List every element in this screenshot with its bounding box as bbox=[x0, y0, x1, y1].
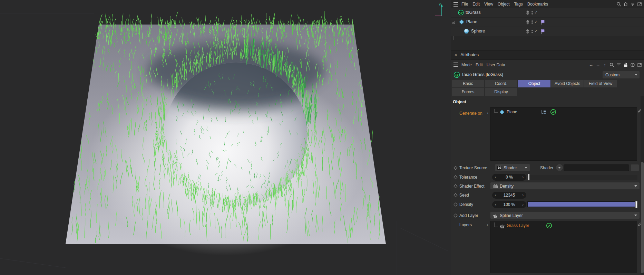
target-icon[interactable] bbox=[630, 62, 635, 67]
om-menu-edit[interactable]: Edit bbox=[472, 2, 480, 7]
shader-effect-value: Density bbox=[498, 184, 634, 189]
keyframe-diamond-icon[interactable] bbox=[453, 193, 457, 197]
viewport-3d[interactable]: y bbox=[0, 0, 451, 275]
texture-tag-icon[interactable] bbox=[540, 20, 545, 26]
home-icon[interactable] bbox=[623, 2, 628, 7]
visibility-dots-icon[interactable] bbox=[531, 29, 533, 35]
texture-source-label: Texture Source bbox=[459, 165, 487, 170]
filter-icon[interactable] bbox=[616, 62, 621, 67]
enable-check-icon[interactable]: ✓ bbox=[534, 10, 538, 15]
vertical-scrollbar[interactable] bbox=[641, 96, 644, 275]
up-arrow-icon[interactable]: ↑ bbox=[602, 62, 607, 67]
layers-label: Layers bbox=[459, 222, 472, 227]
layer-dots-icon[interactable] bbox=[526, 29, 530, 35]
generate-on-item-plane[interactable]: Plane bbox=[491, 107, 637, 116]
object-name[interactable]: toGrass bbox=[466, 10, 481, 15]
tab-coord[interactable]: Coord. bbox=[485, 80, 517, 87]
tab-avoid-objects[interactable]: Avoid Objects bbox=[551, 80, 584, 87]
layer-item-grass-layer[interactable]: Grass Layer bbox=[491, 221, 637, 230]
object-name[interactable]: Plane bbox=[466, 19, 477, 24]
add-layer-dropdown[interactable]: Spline Layer bbox=[490, 212, 640, 219]
decrement-arrow-icon[interactable]: ‹ bbox=[492, 193, 499, 198]
seed-value[interactable]: 12345 bbox=[499, 193, 519, 198]
tolerance-value[interactable]: 0 % bbox=[499, 175, 519, 180]
object-name[interactable]: Sphere bbox=[471, 29, 485, 34]
shader-link-dropdown[interactable] bbox=[556, 164, 563, 171]
filter-icon[interactable] bbox=[630, 2, 635, 7]
enabled-check-icon[interactable] bbox=[546, 222, 552, 230]
attributes-menubar: Mode Edit User Data ← → ↑ bbox=[451, 60, 644, 70]
tab-object[interactable]: Object bbox=[518, 80, 550, 87]
enabled-check-icon[interactable] bbox=[550, 109, 556, 116]
tab-forces[interactable]: Forces bbox=[452, 88, 484, 96]
object-row-plane[interactable]: Plane ✓ bbox=[451, 18, 644, 27]
hierarchy-mode-icon[interactable] bbox=[540, 109, 547, 116]
layers-listbox[interactable]: Grass Layer bbox=[490, 221, 637, 273]
texture-source-type-dropdown[interactable]: Shader bbox=[495, 164, 530, 171]
density-value[interactable]: 100 % bbox=[499, 202, 519, 207]
back-arrow-icon[interactable]: ← bbox=[588, 62, 594, 67]
keyframe-diamond-icon[interactable] bbox=[453, 175, 457, 179]
density-slider-handle[interactable] bbox=[635, 201, 637, 208]
tolerance-slider-track[interactable] bbox=[528, 175, 637, 180]
shader-browse-button[interactable]: ... bbox=[631, 164, 639, 171]
new-panel-icon[interactable] bbox=[637, 62, 642, 67]
shader-value-field[interactable] bbox=[564, 164, 629, 171]
enable-check-icon[interactable]: ✓ bbox=[534, 29, 538, 34]
attr-menu-edit[interactable]: Edit bbox=[476, 63, 483, 67]
hamburger-menu-icon[interactable] bbox=[453, 63, 458, 67]
axis-y-label: y bbox=[439, 2, 441, 6]
density-slider[interactable] bbox=[527, 201, 637, 207]
hamburger-menu-icon[interactable] bbox=[453, 2, 458, 7]
add-layer-row: Add Layer Spline Layer bbox=[451, 211, 640, 220]
object-row-tograss[interactable]: toGrass ✓ bbox=[451, 8, 644, 18]
om-menu-file[interactable]: File bbox=[461, 2, 468, 7]
decrement-arrow-icon[interactable]: ‹ bbox=[492, 202, 499, 207]
seed-stepper[interactable]: ‹ 12345 › bbox=[492, 192, 526, 199]
enable-check-icon[interactable]: ✓ bbox=[534, 19, 538, 24]
lock-icon[interactable] bbox=[623, 62, 628, 67]
increment-arrow-icon[interactable]: › bbox=[519, 202, 526, 207]
expander-arrow-icon[interactable]: › bbox=[487, 222, 488, 227]
keyframe-diamond-icon[interactable] bbox=[453, 214, 457, 217]
om-menu-object[interactable]: Object bbox=[498, 2, 510, 7]
tab-field-of-view[interactable]: Field of View bbox=[584, 80, 617, 87]
texture-tag-icon[interactable] bbox=[540, 29, 545, 35]
shader-effect-dropdown[interactable]: Density bbox=[490, 182, 640, 190]
om-menu-view[interactable]: View bbox=[484, 2, 493, 7]
decrement-arrow-icon[interactable]: ‹ bbox=[492, 175, 499, 180]
attr-menu-mode[interactable]: Mode bbox=[461, 63, 472, 67]
search-icon[interactable] bbox=[609, 62, 614, 67]
layer-name[interactable]: Grass Layer bbox=[507, 223, 529, 228]
density-stepper[interactable]: ‹ 100 % › bbox=[492, 201, 526, 208]
close-icon[interactable]: ✕ bbox=[454, 53, 457, 57]
keyframe-diamond-icon[interactable] bbox=[453, 202, 457, 206]
tolerance-slider-handle[interactable] bbox=[528, 174, 529, 180]
search-icon[interactable] bbox=[616, 2, 621, 7]
keyframe-diamond-icon[interactable] bbox=[453, 166, 457, 170]
chevron-down-icon bbox=[634, 215, 637, 216]
tab-display[interactable]: Display bbox=[485, 88, 517, 96]
scrollbar-thumb[interactable] bbox=[641, 162, 644, 273]
tolerance-stepper[interactable]: ‹ 0 % › bbox=[492, 174, 526, 181]
new-panel-icon[interactable] bbox=[637, 2, 642, 7]
increment-arrow-icon[interactable]: › bbox=[519, 193, 526, 198]
attr-menu-userdata[interactable]: User Data bbox=[487, 63, 505, 67]
generate-on-listbox[interactable]: Plane bbox=[490, 107, 637, 161]
visibility-dots-icon[interactable] bbox=[531, 20, 533, 26]
forward-arrow-icon[interactable]: → bbox=[595, 62, 601, 67]
visibility-dots-icon[interactable] bbox=[531, 10, 533, 16]
expander-arrow-icon[interactable]: › bbox=[487, 111, 488, 115]
generate-on-label[interactable]: Generate on bbox=[459, 111, 482, 116]
keyframe-diamond-icon[interactable] bbox=[453, 184, 457, 188]
collapse-expander-icon[interactable] bbox=[452, 21, 455, 24]
layer-dots-icon[interactable] bbox=[526, 10, 530, 16]
layer-dots-icon[interactable] bbox=[526, 20, 530, 26]
preset-dropdown[interactable]: Custom bbox=[603, 71, 640, 78]
tab-basic[interactable]: Basic bbox=[452, 80, 484, 87]
om-menu-bookmarks[interactable]: Bookmarks bbox=[527, 2, 548, 7]
om-menu-tags[interactable]: Tags bbox=[514, 2, 523, 7]
object-row-sphere[interactable]: Sphere ✓ bbox=[451, 27, 644, 36]
seed-label: Seed bbox=[459, 193, 469, 198]
increment-arrow-icon[interactable]: › bbox=[519, 175, 526, 180]
